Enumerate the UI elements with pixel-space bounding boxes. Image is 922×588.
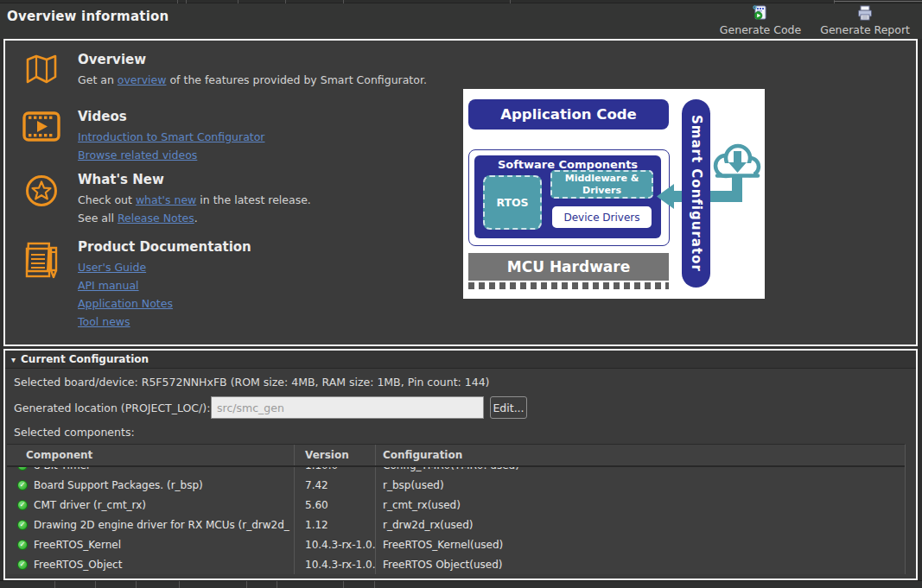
smart-configurator-window: Overview information Generate Code (0, 0, 922, 588)
intro-video-link[interactable]: Introduction to Smart Configurator (78, 128, 453, 146)
checked-icon (17, 560, 28, 570)
component-name: 8-Bit Timer (34, 467, 91, 471)
text-suffix: in the latest release. (196, 193, 311, 206)
component-name: FreeRTOS_Kernel (34, 539, 121, 551)
section-title: What's New (78, 171, 453, 188)
generate-code-button[interactable]: Generate Code (716, 3, 804, 38)
overview-section: Overview Get an overview of the features… (21, 51, 453, 89)
component-name: FreeRTOS_Object (34, 559, 122, 571)
column-header-component[interactable]: Component (7, 445, 294, 465)
generate-report-icon (856, 5, 874, 21)
editor-header: Overview information Generate Code (0, 0, 922, 39)
component-row[interactable]: Drawing 2D engine driver for RX MCUs (r_… (7, 515, 905, 534)
software-components-label: Software Components (474, 158, 661, 171)
product-documentation-section: Product Documentation User's Guide API m… (21, 238, 453, 331)
component-configuration: Config_TMR0(TMR0: used) (375, 467, 905, 475)
component-configuration: r_drw2d_rx(used) (375, 515, 905, 534)
smart-configurator-label: Smart Configurator (689, 115, 704, 272)
component-name: CMT driver (r_cmt_rx) (34, 499, 146, 511)
generate-code-icon (752, 5, 769, 21)
whats-new-section: What's New Check out what's new in the l… (21, 171, 453, 227)
text-prefix: See all (78, 212, 118, 224)
component-version: 10.4.3-rx-1.0.9 (294, 534, 375, 554)
components-table-header: Component Version Configuration (7, 445, 905, 467)
section-title: Product Documentation (78, 238, 453, 256)
text-suffix: of the features provided by Smart Config… (166, 73, 426, 86)
component-row[interactable]: 8-Bit Timer 1.10.0 Config_TMR0(TMR0: use… (7, 467, 905, 475)
generate-report-button[interactable]: Generate Report (817, 3, 913, 38)
documents-icon (21, 241, 62, 281)
generate-code-label: Generate Code (720, 23, 801, 36)
bottom-view-edge (0, 580, 922, 588)
checked-icon (17, 500, 28, 510)
middleware-drivers-label: Middleware & Drivers (563, 173, 642, 197)
column-header-configuration[interactable]: Configuration (375, 445, 905, 465)
current-configuration-header[interactable]: ▾ Current Configuration (5, 351, 916, 369)
browse-videos-link[interactable]: Browse related videos (78, 146, 453, 164)
section-title: Videos (78, 108, 453, 125)
overview-link[interactable]: overview (118, 73, 167, 86)
mcu-hardware-box: MCU Hardware (468, 253, 669, 281)
section-title: Overview (78, 51, 453, 68)
component-configuration: r_bsp(used) (375, 475, 905, 495)
checked-icon (17, 480, 28, 490)
component-version: 5.60 (294, 495, 375, 515)
component-version: 7.42 (294, 475, 375, 495)
section-text: Get an overview of the features provided… (78, 71, 453, 89)
smart-configurator-pill: Smart Configurator (682, 99, 710, 288)
text-suffix: . (194, 212, 198, 224)
component-name: Board Support Packages. (r_bsp) (34, 479, 203, 491)
component-version: 10.4.3-rx-1.0.9 (294, 554, 375, 574)
column-header-version[interactable]: Version (294, 445, 375, 465)
generate-report-label: Generate Report (820, 23, 910, 36)
rtos-box: RTOS (483, 175, 542, 230)
overview-panel: Overview Get an overview of the features… (3, 39, 918, 346)
text-prefix: Get an (78, 73, 118, 86)
components-table-body: 8-Bit Timer 1.10.0 Config_TMR0(TMR0: use… (7, 467, 905, 574)
tool-news-link[interactable]: Tool news (78, 313, 453, 331)
api-manual-link[interactable]: API manual (78, 276, 453, 294)
users-guide-link[interactable]: User's Guide (78, 258, 453, 276)
selected-components-label: Selected components: (14, 426, 135, 439)
component-version: 1.12 (294, 515, 375, 534)
whats-new-link[interactable]: what's new (136, 193, 196, 206)
map-icon (21, 54, 62, 85)
current-configuration-panel: ▾ Current Configuration Selected board/d… (3, 349, 918, 580)
text-prefix: Check out (78, 193, 136, 206)
mcu-pins-strip (468, 282, 669, 289)
release-notes-link[interactable]: Release Notes (118, 212, 194, 224)
selected-board-device-text: Selected board/device: R5F572NNHxFB (ROM… (14, 376, 489, 389)
components-table: Component Version Configuration 8-Bit Ti… (7, 444, 906, 574)
video-icon (21, 111, 62, 142)
generated-location-label: Generated location (PROJECT_LOC/): (14, 401, 210, 414)
page-title: Overview information (7, 9, 169, 24)
component-version: 1.10.0 (294, 467, 375, 475)
component-configuration: FreeRTOS Object(used) (375, 554, 905, 574)
checked-icon (17, 540, 28, 550)
application-code-box: Application Code (468, 99, 669, 130)
section-text: See all Release Notes. (78, 209, 453, 227)
component-row[interactable]: FreeRTOS_Kernel 10.4.3-rx-1.0.9 FreeRTOS… (7, 534, 905, 554)
component-configuration: FreeRTOS_Kernel(used) (375, 534, 905, 554)
toolbar: Generate Code Generate Report (716, 3, 913, 38)
videos-section: Videos Introduction to Smart Configurato… (21, 108, 453, 164)
component-row[interactable]: FreeRTOS_Object 10.4.3-rx-1.0.9 FreeRTOS… (7, 554, 905, 574)
checked-icon (17, 467, 28, 471)
section-text: Check out what's new in the latest relea… (78, 191, 453, 209)
star-icon (21, 174, 62, 208)
generated-location-input (211, 396, 484, 419)
component-row[interactable]: CMT driver (r_cmt_rx) 5.60 r_cmt_rx(used… (7, 495, 905, 515)
component-name: Drawing 2D engine driver for RX MCUs (r_… (34, 519, 289, 531)
component-row[interactable]: Board Support Packages. (r_bsp) 7.42 r_b… (7, 475, 905, 495)
collapse-arrow-icon: ▾ (11, 355, 16, 364)
application-notes-link[interactable]: Application Notes (78, 294, 453, 313)
component-configuration: r_cmt_rx(used) (375, 495, 905, 515)
checked-icon (17, 520, 28, 530)
current-configuration-title: Current Configuration (21, 353, 149, 365)
architecture-diagram: Application Code Software Components RTO… (463, 89, 765, 299)
edit-button[interactable]: Edit... (490, 396, 527, 419)
